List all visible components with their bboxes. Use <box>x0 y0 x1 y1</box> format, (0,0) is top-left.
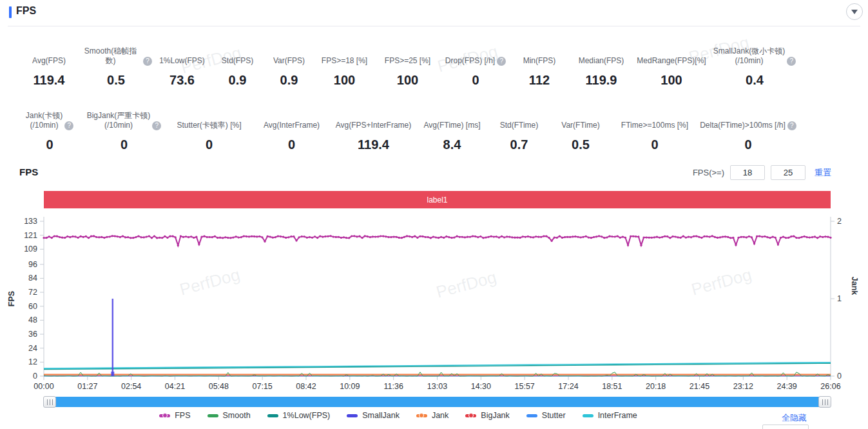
legend-item-bigjank[interactable]: BigJank <box>465 411 509 420</box>
svg-text:0: 0 <box>33 372 37 381</box>
svg-text:21:45: 21:45 <box>690 382 709 391</box>
svg-text:133: 133 <box>24 217 37 226</box>
help-icon[interactable]: ? <box>143 57 152 66</box>
stat-value: 0 <box>288 137 295 152</box>
legend-item-smooth[interactable]: Smooth <box>207 411 251 420</box>
svg-text:10:09: 10:09 <box>340 382 360 391</box>
svg-text:02:54: 02:54 <box>121 382 141 391</box>
fps-chart[interactable]: 0122436486072849610912113301200:0001:270… <box>0 213 868 397</box>
fps-threshold-input-2[interactable] <box>771 165 805 180</box>
chevron-down-icon <box>851 10 858 14</box>
help-icon[interactable]: ? <box>497 57 506 66</box>
fps-threshold-controls: FPS(>=) 重置 <box>693 165 831 180</box>
stat-value: 119.4 <box>358 137 389 152</box>
legend-item-1-low-fps-[interactable]: 1%Low(FPS) <box>267 411 331 420</box>
stat-r2-10: Delta(FTime)>100ms [/h]?0 <box>697 107 799 152</box>
svg-text:07:15: 07:15 <box>253 382 273 391</box>
stat-label: Std(FPS) <box>222 56 253 66</box>
stat-value: 73.6 <box>169 73 195 88</box>
stat-value: 0.9 <box>229 73 247 88</box>
collapse-button[interactable] <box>846 3 863 20</box>
stat-label: Delta(FTime)>100ms [/h] <box>700 121 786 130</box>
annotation-banner-text: label1 <box>427 195 447 205</box>
legend-swatch-icon <box>347 414 358 417</box>
stat-r2-6: Avg(FTime) [ms]8.4 <box>415 107 489 152</box>
svg-text:24: 24 <box>28 344 37 353</box>
svg-text:18:51: 18:51 <box>602 382 622 391</box>
svg-text:14:30: 14:30 <box>471 382 491 391</box>
header-divider <box>8 26 860 26</box>
stat-value: 100 <box>397 73 418 88</box>
stat-label: Avg(FPS+InterFrame) <box>336 121 411 130</box>
stat-value: 0.9 <box>280 73 298 88</box>
legend-item-fps[interactable]: FPS <box>159 411 190 420</box>
stat-r1-2: Smooth(稳帧指数)?0.5 <box>80 43 152 88</box>
stat-r1-6: FPS>=18 [%]100 <box>315 43 374 88</box>
svg-text:20:18: 20:18 <box>646 382 666 391</box>
legend-swatch-icon <box>465 414 476 417</box>
stat-r1-5: Var(FPS)0.9 <box>263 43 315 88</box>
stat-r1-3: 1%Low(FPS)73.6 <box>152 43 212 88</box>
help-icon[interactable]: ? <box>787 57 796 66</box>
reset-link[interactable]: 重置 <box>815 167 831 179</box>
stat-value: 0 <box>744 137 751 152</box>
svg-text:15:57: 15:57 <box>515 382 535 391</box>
svg-text:72: 72 <box>28 288 37 297</box>
legend-swatch-icon <box>267 414 278 417</box>
legend-item-interframe[interactable]: InterFrame <box>583 411 637 420</box>
annotation-banner-label1: label1 <box>44 191 831 208</box>
fps-panel: FPS Avg(FPS)119.4Smooth(稳帧指数)?0.51%Low(F… <box>0 0 868 429</box>
chart-scrollbar[interactable] <box>44 397 831 407</box>
stat-r1-1: Avg(FPS)119.4 <box>18 43 80 88</box>
svg-text:23:12: 23:12 <box>733 382 753 391</box>
legend-swatch-icon <box>416 414 427 417</box>
fps-threshold-input-1[interactable] <box>730 165 765 180</box>
stat-label: Avg(InterFrame) <box>264 121 320 130</box>
legend-label: Jank <box>432 411 448 420</box>
scrollbar-left-handle[interactable] <box>43 396 56 408</box>
legend-swatch-icon <box>159 414 170 417</box>
stat-value: 0.7 <box>510 137 528 152</box>
stat-value: 0.5 <box>572 137 590 152</box>
stat-label: SmallJank(微小卡顿) (/10min) <box>713 46 785 66</box>
legend-label: SmallJank <box>362 411 400 420</box>
stat-r1-8: Drop(FPS) [/h]?0 <box>441 43 510 88</box>
stat-label: FTime>=100ms [%] <box>621 121 688 130</box>
scrollbar-right-handle[interactable] <box>818 396 831 408</box>
svg-text:Jank: Jank <box>850 277 859 295</box>
svg-text:17:24: 17:24 <box>558 382 578 391</box>
svg-text:04:21: 04:21 <box>165 382 185 391</box>
stat-label: Avg(FTime) [ms] <box>423 121 480 130</box>
legend-label: Smooth <box>223 411 251 420</box>
legend-label: InterFrame <box>598 411 637 420</box>
stat-r1-7: FPS>=25 [%]100 <box>374 43 441 88</box>
legend-item-stutter[interactable]: Stutter <box>526 411 566 420</box>
hide-all-link[interactable]: 全隐藏 <box>782 412 807 424</box>
stat-value: 0 <box>651 137 658 152</box>
svg-text:1: 1 <box>837 294 842 303</box>
stat-value: 100 <box>661 73 682 88</box>
legend-label: Stutter <box>542 411 566 420</box>
svg-text:00:00: 00:00 <box>34 382 53 391</box>
stat-label: Var(FTime) <box>561 121 599 130</box>
svg-text:48: 48 <box>28 315 37 324</box>
help-icon[interactable]: ? <box>152 121 161 130</box>
stat-label: Smooth(稳帧指数) <box>80 46 141 66</box>
stat-label: Std(FTime) <box>500 121 539 130</box>
legend-swatch-icon <box>583 414 593 417</box>
legend-item-smalljank[interactable]: SmallJank <box>347 411 400 420</box>
stat-label: Min(FPS) <box>523 56 556 66</box>
legend-item-jank[interactable]: Jank <box>416 411 448 420</box>
legend-label: BigJank <box>481 411 509 420</box>
accent-bar <box>9 6 12 18</box>
svg-text:0: 0 <box>837 372 842 381</box>
stat-value: 0 <box>46 137 53 152</box>
cropped-input-box[interactable] <box>762 424 809 429</box>
stat-r1-11: MedRange(FPS)[%]100 <box>633 43 709 88</box>
help-icon[interactable]: ? <box>787 121 796 130</box>
grip-icon <box>47 399 53 405</box>
panel-title: FPS <box>16 5 36 17</box>
help-icon[interactable]: ? <box>64 121 73 130</box>
chart-section-bar: FPS FPS(>=) 重置 <box>0 163 868 183</box>
svg-text:08:42: 08:42 <box>296 382 316 391</box>
